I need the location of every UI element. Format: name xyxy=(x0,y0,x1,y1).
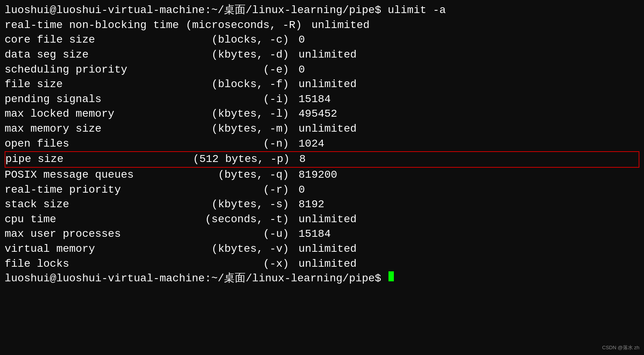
resource-value-virtual-memory: unlimited xyxy=(292,242,357,257)
resource-unit-cpu-time: (seconds, -t) xyxy=(166,212,289,227)
resource-value-file-locks: unlimited xyxy=(292,257,357,272)
resource-unit-virtual-memory: (kbytes, -v) xyxy=(166,242,289,257)
resource-unit-realtime-priority: (-r) xyxy=(166,183,289,198)
resource-value-max-locked-memory: 495452 xyxy=(292,107,337,122)
resource-row-core-file-size: core file size(blocks, -c) 0 xyxy=(5,33,639,48)
resource-label-pending-signals: pending signals xyxy=(5,92,166,107)
resource-value-realtime-priority: 0 xyxy=(292,183,305,198)
resource-label-posix-message-queues: POSIX message queues xyxy=(5,168,166,183)
resource-unit-max-locked-memory: (kbytes, -l) xyxy=(166,107,289,122)
resource-row-max-memory-size: max memory size(kbytes, -m) unlimited xyxy=(5,122,639,137)
resource-value-max-memory-size: unlimited xyxy=(292,122,357,137)
resource-value-cpu-time: unlimited xyxy=(292,212,357,227)
resource-row-cpu-time: cpu time(seconds, -t) unlimited xyxy=(5,212,639,227)
resource-unit-pending-signals: (-i) xyxy=(166,92,289,107)
resource-label-max-locked-memory: max locked memory xyxy=(5,107,166,122)
resource-unit-file-locks: (-x) xyxy=(166,257,289,272)
watermark: CSDN @落水 zh xyxy=(602,344,639,351)
resource-value-pending-signals: 15184 xyxy=(292,92,331,107)
resource-row-real-time-nonblocking: real-time non-blocking time(microseconds… xyxy=(5,18,639,33)
resource-row-pipe-size: pipe size(512 bytes, -p) 8 xyxy=(5,151,639,168)
resource-unit-file-size: (blocks, -f) xyxy=(166,77,289,92)
resource-label-core-file-size: core file size xyxy=(5,33,166,48)
resource-unit-open-files: (-n) xyxy=(166,137,289,152)
resource-label-cpu-time: cpu time xyxy=(5,212,166,227)
resource-value-pipe-size: 8 xyxy=(293,152,306,167)
resource-unit-data-seg-size: (kbytes, -d) xyxy=(166,48,289,63)
final-prompt-text: luoshui@luoshui-virtual-machine:~/桌面/lin… xyxy=(5,271,388,286)
prompt-command-line: luoshui@luoshui-virtual-machine:~/桌面/lin… xyxy=(5,3,639,18)
resource-row-data-seg-size: data seg size(kbytes, -d) unlimited xyxy=(5,48,639,63)
final-prompt-line: luoshui@luoshui-virtual-machine:~/桌面/lin… xyxy=(5,271,639,286)
resource-label-open-files: open files xyxy=(5,137,166,152)
resource-value-max-user-processes: 15184 xyxy=(292,227,331,242)
resource-unit-max-memory-size: (kbytes, -m) xyxy=(166,122,289,137)
resource-row-virtual-memory: virtual memory(kbytes, -v) unlimited xyxy=(5,242,639,257)
resource-label-data-seg-size: data seg size xyxy=(5,48,166,63)
resource-label-virtual-memory: virtual memory xyxy=(5,242,166,257)
resource-row-scheduling-priority: scheduling priority(-e) 0 xyxy=(5,63,639,78)
resource-value-posix-message-queues: 819200 xyxy=(292,168,337,183)
resource-unit-posix-message-queues: (bytes, -q) xyxy=(166,168,289,183)
resource-label-scheduling-priority: scheduling priority xyxy=(5,63,166,78)
resource-row-stack-size: stack size(kbytes, -s) 8192 xyxy=(5,197,639,212)
resource-label-max-user-processes: max user processes xyxy=(5,227,166,242)
prompt-text: luoshui@luoshui-virtual-machine:~/桌面/lin… xyxy=(5,3,446,18)
resource-unit-core-file-size: (blocks, -c) xyxy=(166,33,289,48)
resource-value-real-time-nonblocking: unlimited xyxy=(305,18,370,33)
resource-label-file-locks: file locks xyxy=(5,257,166,272)
resource-unit-pipe-size: (512 bytes, -p) xyxy=(167,152,290,167)
resource-value-core-file-size: 0 xyxy=(292,33,305,48)
resource-value-scheduling-priority: 0 xyxy=(292,63,305,78)
resource-label-realtime-priority: real-time priority xyxy=(5,183,166,198)
resource-label-pipe-size: pipe size xyxy=(5,152,167,167)
resource-row-file-locks: file locks(-x) unlimited xyxy=(5,257,639,272)
resource-value-file-size: unlimited xyxy=(292,77,357,92)
resource-value-open-files: 1024 xyxy=(292,137,324,152)
resource-unit-real-time-nonblocking: (microseconds, -R) xyxy=(179,18,302,33)
resource-unit-max-user-processes: (-u) xyxy=(166,227,289,242)
resource-row-max-locked-memory: max locked memory(kbytes, -l) 495452 xyxy=(5,107,639,122)
resource-value-data-seg-size: unlimited xyxy=(292,48,357,63)
resource-label-stack-size: stack size xyxy=(5,197,166,212)
resource-value-stack-size: 8192 xyxy=(292,197,324,212)
resource-row-max-user-processes: max user processes(-u) 15184 xyxy=(5,227,639,242)
resource-row-realtime-priority: real-time priority(-r) 0 xyxy=(5,183,639,198)
resource-unit-scheduling-priority: (-e) xyxy=(166,63,289,78)
resource-label-file-size: file size xyxy=(5,77,166,92)
resource-row-posix-message-queues: POSIX message queues(bytes, -q) 819200 xyxy=(5,168,639,183)
resource-row-open-files: open files(-n) 1024 xyxy=(5,137,639,152)
terminal: luoshui@luoshui-virtual-machine:~/桌面/lin… xyxy=(0,0,644,355)
resource-row-pending-signals: pending signals(-i) 15184 xyxy=(5,92,639,107)
resource-label-real-time-nonblocking: real-time non-blocking time xyxy=(5,18,179,33)
cursor-block xyxy=(388,271,394,281)
resource-label-max-memory-size: max memory size xyxy=(5,122,166,137)
resource-unit-stack-size: (kbytes, -s) xyxy=(166,197,289,212)
resource-row-file-size: file size(blocks, -f) unlimited xyxy=(5,77,639,92)
